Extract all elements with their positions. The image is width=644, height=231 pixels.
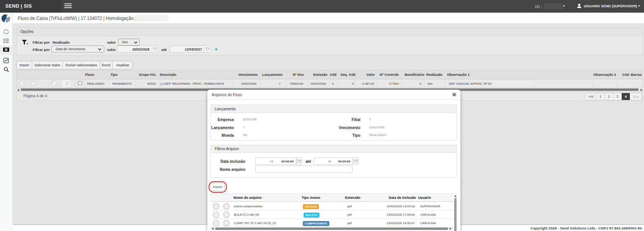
svg-text:0: 0 bbox=[5, 48, 7, 51]
